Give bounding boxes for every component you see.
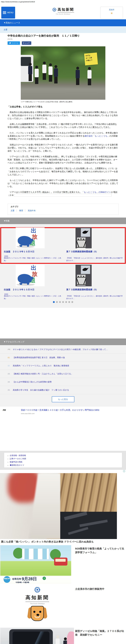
cat-ad-headline[interactable]: 夏にも必要「猫バンバン」 ボンネット内の巻き込み事故 ドライバーに思わぬ負担も xyxy=(1,540,124,544)
boar-illustration xyxy=(18,274,32,284)
poster-era: 令和元年 xyxy=(12,578,21,580)
facebook-share-button[interactable]: f シェア xyxy=(22,41,31,45)
feature-item-kenten[interactable]: 第７３回県展前期特選画廊（5） 【写真】「俘囚の詩（ふしゅうのうた）」森本忠純（… xyxy=(66,228,124,262)
carousel-dot[interactable] xyxy=(53,301,55,303)
article-paragraph: 企画したのは義務教育学校「土佐山学舎」の９年生（一般の学校では中学３年）の１２人… xyxy=(7,122,119,129)
mottokochi-website-link[interactable]: 「もっとこうち」のWebサイト xyxy=(82,191,111,193)
feature-item-depodai[interactable]: 出 放 題 出放題 ２０１９年１０月９日 【PR】 感染拡大インフルエンザ―学校… xyxy=(4,228,62,262)
article-paragraph: ただ、パンフレットを見た人が実際に土佐山に来てくれるなどの手応えを感じられなかっ… xyxy=(7,132,119,141)
carousel-pagination xyxy=(0,301,126,304)
pr-ad-url: www.aaa-bbb.com xyxy=(21,412,35,414)
red-bus-shape xyxy=(54,558,67,566)
ranking-item[interactable]: 01.【秋季四国高校野球高知県予選】第５日 高知商、岡豊４強 xyxy=(0,354,126,362)
poster-time: 午前9時～午後3時 xyxy=(16,581,29,584)
rank-number: 04. xyxy=(8,381,12,383)
article-paragraph: 高知市の土佐山地域を巡る１日限定の日帰りバスツアーを地元中学生が企画し、旅行会社… xyxy=(7,111,119,120)
weather-city: 高知市 xyxy=(101,9,123,11)
info-link-article-data[interactable]: 記事データのご利用 xyxy=(10,457,122,460)
article-paragraph: 当初はスクールバスを使い学校主体でツアーを行うつもりだったが、一般の人がツアーを… xyxy=(7,143,119,152)
feature-item-kenten[interactable]: 第７３回県展前期特選画廊（5） 【写真】「俘囚の詩（ふしゅうのうた）」森本忠純（… xyxy=(66,265,124,300)
article-photo-block: ゆずは お一人様 10個まで ツアー本番を前にリハーサルを行う土佐山学舎の生徒（… xyxy=(21,46,105,103)
logo-subtitle: The Kochi Shimbun xyxy=(0,603,74,604)
logo-emblem-icon xyxy=(34,586,41,593)
subcategory-label: 主要 xyxy=(3,28,7,31)
kochi-shimbun-mascot-thumbnail[interactable]: 高知新聞 The Kochi Shimbun xyxy=(0,586,74,626)
forum-poster-thumbnail[interactable]: 開催日時 令和元年 9月28日 土 午前9時～午後3時 xyxy=(0,545,71,584)
logo-title: 高知新聞 xyxy=(58,7,74,12)
rank-number: 02. xyxy=(8,365,12,367)
category-box: カテゴリ 主要 教育 高知中央 xyxy=(8,204,119,215)
article-photo: ゆずは お一人様 10個まで xyxy=(21,46,105,100)
pr-ad-label: PR xyxy=(3,409,6,412)
news-item-title[interactable]: 新型ディーゼル特急「南風」２７００系が出発 高知駅でセレモニー xyxy=(75,629,125,637)
feature-title: 第７３回県展前期特選画廊（5） xyxy=(66,250,124,253)
poster-day-of-week: 土 xyxy=(43,577,46,580)
rank-number: 05. xyxy=(8,389,12,391)
poster-date: 9月28日 xyxy=(22,576,37,582)
ranking-section-label: ▼アクセスランキング xyxy=(3,341,24,343)
ad-info-icon[interactable]: i xyxy=(123,470,125,472)
ranking-item[interactable]: 03.【動画】南国市観光大使第１号・三山ひろしさん「古里もり立てる」 xyxy=(0,370,126,378)
more-button[interactable]: もっと見る xyxy=(52,396,74,402)
news-item-title[interactable]: 9/28香美市で教育の祭典「よってたかって生涯学習フォーラム」 xyxy=(75,547,125,554)
rank-text: 【動画】南国市観光大使第１号・三山ひろしさん「古里もり立てる」 xyxy=(12,372,73,375)
dog-mascot xyxy=(28,606,47,622)
weather-widget[interactable]: 高知市 ☀ xyxy=(100,7,123,19)
pr-ad-link[interactable]: 実績７０００件超！見本掲載１４００超！大手も利用。わかりやすい専門独自の体制 xyxy=(21,409,99,412)
kenten-thumbnail xyxy=(75,265,92,286)
train-thumbnail[interactable]: 2703 xyxy=(0,628,74,644)
category-link-shuyo[interactable]: 主要 xyxy=(11,210,17,212)
share-row: ツイート f シェア xyxy=(7,41,119,45)
logo-title: 高知新聞 xyxy=(25,594,49,602)
poster-date-badge: 開催日時 xyxy=(3,576,10,583)
mottokochi-link[interactable]: 旅行会社「もっとこうち」 xyxy=(84,135,109,137)
sun-icon: ☀ xyxy=(101,12,123,15)
car-underside-shape xyxy=(60,512,117,539)
twitter-bird-icon xyxy=(9,42,11,44)
article-paragraph: 今月７日に本番と同じ行程でリハーサルを行い、生徒同士で気になった点を指摘し合った… xyxy=(7,167,119,176)
site-header: MENU 高知新聞 The Kochi Shimbun 高知市 ☀ xyxy=(0,6,126,19)
info-link-ad-guide[interactable]: ◆新聞広告ガイド xyxy=(10,464,122,467)
category-link-kochichuo[interactable]: 高知中央 xyxy=(26,210,38,212)
carousel-dot[interactable] xyxy=(62,301,64,303)
info-link-support-form[interactable]: 後援申請の用紙 xyxy=(10,460,122,464)
category-link-kyoiku[interactable]: 教育 xyxy=(17,210,25,212)
feature-section-bar[interactable]: ▼特集 xyxy=(0,218,126,224)
news-item-title[interactable]: 土佐清水市の旅行券販売中 xyxy=(75,587,125,591)
ranking-item[interactable]: 04.【かんぽ中間報告】首かしげる経営陣の姿勢 xyxy=(0,378,126,386)
logo-emblem-icon xyxy=(52,7,57,12)
ranking-item[interactable]: 05.高知県小学１年生 永久歯の虫歯数が減少 フッ素うがい広がる xyxy=(0,386,126,394)
cat-shape xyxy=(60,473,117,516)
kenten-thumbnail xyxy=(75,228,92,248)
carousel-dot[interactable] xyxy=(71,301,73,303)
depodai-thumbnail: 出 放 題 xyxy=(16,265,45,286)
mascot-shape xyxy=(67,632,74,644)
facebook-icon: f xyxy=(23,42,24,44)
share-label: シェア xyxy=(25,42,30,44)
info-link-company[interactable]: 企業情報・採用情報 xyxy=(10,454,122,457)
ranking-section-bar[interactable]: ▼アクセスランキング xyxy=(0,338,126,345)
news-section-label: ▼高知のニュース xyxy=(3,22,20,24)
info-links-card: 企業情報・採用情報 記事データのご利用 後援申請の用紙 ◆新聞広告ガイド xyxy=(4,452,122,468)
carousel-dot[interactable] xyxy=(56,301,58,303)
ranking-item[interactable]: PR.そりゃ@コスメ1位になるわ！プチプラなのにデパコス以上の実力！43歳主婦、… xyxy=(0,346,126,354)
cat-bonnet-ad-photo[interactable] xyxy=(0,473,117,539)
news-section-bar[interactable]: ▼高知のニュース xyxy=(0,19,126,26)
rank-number: 01. xyxy=(8,356,12,358)
carousel-dot[interactable] xyxy=(65,301,67,303)
ranking-item[interactable]: 02.高知県内「インフラツーリズム」人気じわり 観光地に集客格差 xyxy=(0,362,126,370)
building-shape xyxy=(22,548,49,560)
carousel-dot[interactable] xyxy=(68,301,70,303)
feature-item-depodai[interactable]: 出 放 題 出放題 ２０１９年１０月９日 【PR】 感染拡大インフルエンザ―学校… xyxy=(4,265,62,300)
tweet-button[interactable]: ツイート xyxy=(7,41,20,45)
carousel-dot[interactable] xyxy=(59,301,61,303)
browser-url-text: https://www.kochinews.co.jp/sp/article/3… xyxy=(1,1,35,3)
article-subhead: 「土佐山学舎」１２人がガイド役も xyxy=(7,105,119,108)
yuzu-sign: ゆずは お一人様 10個まで xyxy=(84,52,98,66)
pr-label: 【PR】 xyxy=(3,255,9,258)
rank-text: 高知県内「インフラツーリズム」人気じわり 観光地に集客格差 xyxy=(12,364,69,367)
rank-text: 【秋季四国高校野球高知県予選】第５日 高知商、岡豊４強 xyxy=(12,356,65,359)
rank-text: 【かんぽ中間報告】首かしげる経営陣の姿勢 xyxy=(12,381,52,383)
article-paragraph: ツアーは１１月１日。午前９時にＪＲ高知駅を出発し、押しても落ちない巨石の「ゴトゴ… xyxy=(7,155,119,164)
feature-title: 出放題 ２０１９年１０月９日 xyxy=(4,250,62,253)
